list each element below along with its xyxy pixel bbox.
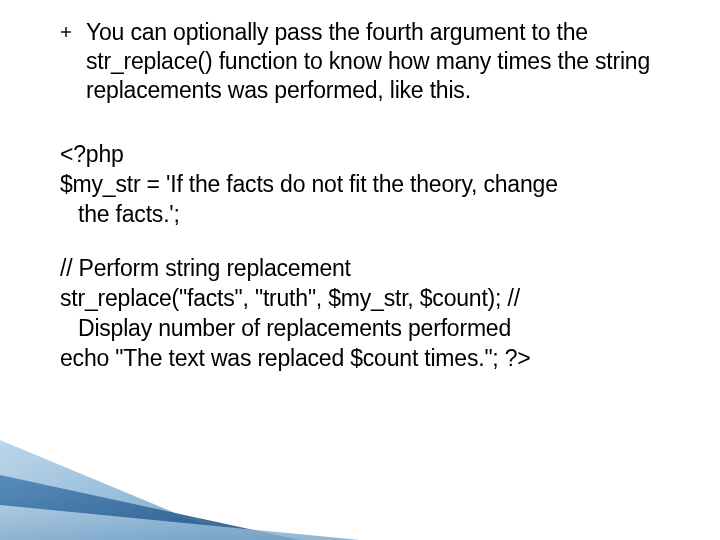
code-line: the facts.'; [60,200,660,230]
svg-marker-2 [0,440,240,540]
code-line: Display number of replacements performed [60,314,660,344]
code-block: <?php $my_str = 'If the facts do not fit… [60,140,660,373]
bullet-icon [60,24,72,42]
code-line: $my_str = 'If the facts do not fit the t… [60,170,660,200]
code-line: echo "The text was replaced $count times… [60,344,660,374]
code-paragraph-2: // Perform string replacement str_replac… [60,254,660,374]
svg-marker-4 [0,505,360,540]
corner-wedge-decoration [0,420,360,540]
svg-marker-3 [0,475,300,540]
code-line: str_replace("facts", "truth", $my_str, $… [60,284,660,314]
code-line: <?php [60,140,660,170]
bullet-block: You can optionally pass the fourth argum… [60,18,660,104]
code-line: // Perform string replacement [60,254,660,284]
slide: You can optionally pass the fourth argum… [0,0,720,540]
bullet-text: You can optionally pass the fourth argum… [86,18,660,104]
code-paragraph-1: <?php $my_str = 'If the facts do not fit… [60,140,660,230]
